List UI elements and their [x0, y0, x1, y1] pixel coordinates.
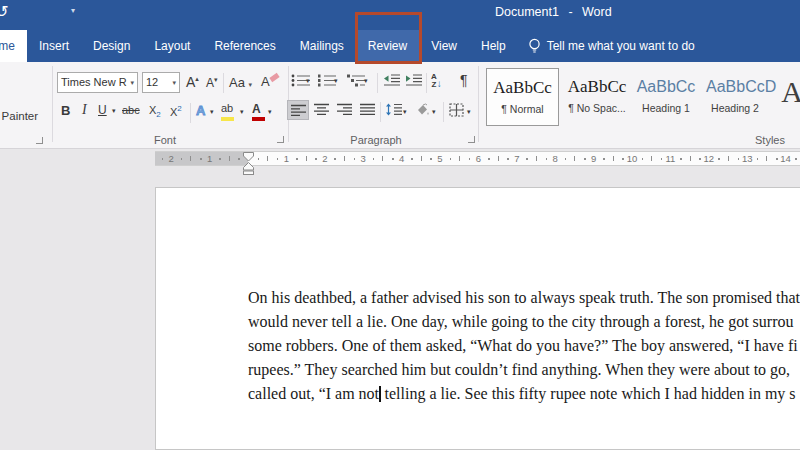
ruler-tick	[258, 158, 260, 160]
ruler-tick	[219, 158, 221, 160]
clipboard-dialog-launcher-icon[interactable]	[36, 137, 43, 144]
ruler-strip[interactable]: 123456789101112131421	[155, 151, 800, 166]
shrink-font-button[interactable]: A▾	[206, 76, 218, 90]
paragraph-group-label: Paragraph	[336, 134, 416, 146]
ruler-number: 3	[361, 152, 366, 165]
shading-button[interactable]	[414, 103, 431, 116]
ruler-tick	[507, 158, 509, 160]
style-heading-2[interactable]: AaBbCcD Heading 2	[706, 68, 764, 126]
document-area: 123456789101112131421 On his deathbed, a…	[0, 149, 800, 450]
document-page[interactable]: On his deathbed, a father advised his so…	[155, 187, 800, 450]
shading-dropdown-icon[interactable]: ▾	[432, 108, 436, 116]
ribbon: Format Painter Times New R ▾ 12 ▾ A▴ A▾ …	[0, 62, 800, 149]
paint-bucket-icon	[414, 103, 431, 116]
ruler-number: 2	[322, 152, 327, 165]
ruler-tick	[181, 158, 183, 160]
numbering-dropdown-icon[interactable]: ▾	[334, 77, 338, 85]
bold-button[interactable]: B	[61, 103, 70, 118]
ruler-tick	[690, 156, 691, 161]
text-effects-button[interactable]: A	[196, 103, 205, 118]
ruler-tick	[498, 156, 499, 161]
line-spacing-button[interactable]	[385, 103, 403, 116]
borders-button[interactable]	[449, 103, 464, 117]
underline-button[interactable]: U	[98, 103, 107, 117]
ruler-tick	[613, 156, 614, 161]
text-line: called out, “I am not telling a lie. See…	[248, 382, 800, 406]
tab-design[interactable]: Design	[81, 30, 142, 62]
ruler-tick	[699, 158, 701, 160]
superscript-button[interactable]: X2	[170, 104, 182, 118]
style-normal[interactable]: AaBbCc ¶ Normal	[486, 68, 559, 126]
lightbulb-icon	[528, 38, 541, 55]
tab-view[interactable]: View	[419, 30, 469, 62]
ruler-tick	[296, 158, 298, 160]
borders-dropdown-icon[interactable]: ▾	[467, 108, 471, 116]
bullets-dropdown-icon[interactable]: ▾	[306, 77, 310, 85]
document-text[interactable]: On his deathbed, a father advised his so…	[248, 286, 800, 406]
style-no-spacing[interactable]: AaBbCc ¶ No Spac...	[564, 68, 630, 126]
font-dialog-launcher-icon[interactable]	[277, 136, 284, 143]
tab-help[interactable]: Help	[469, 30, 518, 62]
justify-button[interactable]	[359, 103, 376, 116]
font-size-combobox[interactable]: 12 ▾	[142, 72, 180, 93]
italic-button[interactable]: I	[82, 102, 87, 118]
chevron-down-icon: ▾	[249, 81, 253, 88]
tab-home[interactable]: Home	[0, 30, 27, 62]
increase-indent-icon	[405, 74, 423, 87]
format-painter-button[interactable]: Format Painter	[0, 110, 38, 122]
align-center-icon	[313, 103, 330, 116]
font-size-value: 12	[146, 76, 158, 88]
paragraph-dialog-launcher-icon[interactable]	[468, 136, 475, 143]
ruler-number: 11	[665, 152, 675, 165]
align-right-icon	[336, 103, 353, 116]
ruler-number: 14	[780, 152, 791, 165]
ruler-number: 12	[704, 152, 715, 165]
multilevel-dropdown-icon[interactable]: ▾	[364, 77, 368, 85]
grow-font-button[interactable]: A▴	[186, 74, 199, 90]
undo-icon[interactable]: ↺	[0, 2, 8, 21]
clear-formatting-button[interactable]: A	[261, 74, 270, 89]
font-color-button[interactable]: A	[252, 102, 261, 116]
ruler-tick	[373, 158, 375, 160]
change-case-button[interactable]: Aa ▾	[229, 75, 252, 90]
ruler-tick	[392, 158, 394, 160]
ruler-number: 9	[591, 152, 596, 165]
underline-dropdown-icon[interactable]: ▾	[112, 107, 116, 115]
font-color-dropdown-icon[interactable]: ▾	[268, 108, 272, 116]
line-spacing-dropdown-icon[interactable]: ▾	[403, 108, 407, 116]
align-center-button[interactable]	[313, 103, 330, 116]
tell-me-box[interactable]: Tell me what you want to do	[518, 30, 705, 62]
align-right-button[interactable]	[336, 103, 353, 116]
subscript-button[interactable]: X2	[149, 104, 161, 119]
ruler-tick	[334, 158, 336, 160]
ruler-tick	[622, 158, 624, 160]
ruler-tick	[738, 158, 740, 160]
multilevel-list-button[interactable]	[346, 74, 366, 87]
style-heading-1[interactable]: AaBbCc Heading 1	[636, 68, 696, 126]
sort-button[interactable]: AZ↓	[431, 73, 442, 89]
style-partial[interactable]: A	[772, 68, 800, 126]
font-group-label: Font	[130, 134, 200, 146]
indent-markers[interactable]	[242, 152, 255, 175]
ruler-tick	[776, 158, 778, 160]
tab-insert[interactable]: Insert	[27, 30, 81, 62]
font-name-combobox[interactable]: Times New R ▾	[57, 72, 138, 93]
eraser-icon	[269, 73, 279, 82]
strikethrough-button[interactable]: abc	[122, 104, 140, 116]
highlight-dropdown-icon[interactable]: ▾	[240, 108, 244, 116]
multilevel-list-icon	[346, 74, 366, 87]
quick-access-dropdown-icon[interactable]: ▾	[71, 6, 75, 15]
tab-mailings[interactable]: Mailings	[288, 30, 356, 62]
show-hide-pilcrow-button[interactable]: ¶	[460, 72, 468, 88]
ruler-tick	[766, 156, 767, 161]
increase-indent-button[interactable]	[405, 74, 423, 87]
ruler-number: 2	[169, 152, 174, 165]
decrease-indent-button[interactable]	[383, 74, 401, 87]
text-effects-dropdown-icon[interactable]: ▾	[210, 108, 214, 116]
text-highlight-button[interactable]: ab	[221, 102, 233, 114]
ruler-tick	[536, 156, 537, 161]
tab-references[interactable]: References	[202, 30, 287, 62]
align-left-button[interactable]	[287, 100, 309, 120]
tab-layout[interactable]: Layout	[142, 30, 202, 62]
tell-me-label: Tell me what you want to do	[547, 39, 695, 53]
